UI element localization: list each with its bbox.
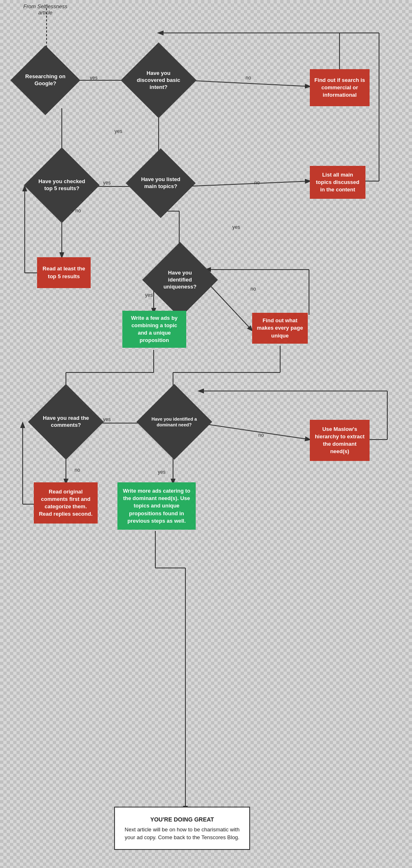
diamond-listed-topics: Have you listed main topics? — [126, 148, 196, 218]
box-read-top5: Read at least the top 5 results — [37, 257, 91, 288]
diamond-checked-top5: Have you checked top 5 results? — [24, 147, 100, 223]
svg-line-9 — [185, 181, 310, 186]
svg-line-19 — [206, 281, 252, 330]
box-write-more-ads: Write more ads catering to the dominant … — [117, 482, 196, 530]
label-no-1: no — [246, 75, 251, 81]
flowchart-diagram: From Selflessness article Researching on… — [0, 0, 412, 868]
label-yes-7: yes — [158, 469, 166, 475]
box-final: YOU'RE DOING GREAT Next article will be … — [114, 807, 250, 850]
label-yes-1: yes — [90, 75, 98, 81]
diamond-read-comments: Have you read the comments? — [28, 384, 104, 460]
diamond-researching-google: Researching on Google? — [10, 45, 80, 115]
label-yes-5: yes — [145, 292, 153, 298]
label-yes-6: yes — [103, 417, 111, 422]
label-no-2: no — [254, 180, 260, 186]
label-yes-3: yes — [103, 180, 111, 186]
box-write-ads: Write a few ads by combining a topic and… — [122, 311, 186, 348]
diamond-dominant-need: Have you identified a dominant need? — [136, 384, 212, 460]
diamond-identified-uniqueness: Have you identified uniqueness? — [142, 242, 218, 318]
label-no-3: no — [75, 208, 81, 214]
box-maslow: Use Maslow's hierarchy to extract the do… — [310, 420, 370, 461]
box-list-topics: List all main topics discussed in the co… — [310, 166, 365, 199]
box-read-comments: Read original comments first and categor… — [34, 482, 98, 524]
label-no-6: no — [258, 432, 264, 438]
box-find-search-type: Find out if search is commercial or info… — [310, 69, 370, 106]
label-no-5: no — [75, 467, 80, 473]
label-no-4: no — [250, 286, 256, 292]
svg-line-29 — [199, 423, 310, 440]
diamond-discovered-intent: Have you discovered basic intent? — [121, 42, 197, 118]
label-yes-2: yes — [115, 128, 122, 134]
label-yes-4: yes — [232, 224, 240, 230]
svg-line-2 — [185, 80, 310, 86]
entry-label: From Selflessness article — [23, 3, 68, 16]
box-find-unique: Find out what makes every page unique — [252, 313, 308, 344]
